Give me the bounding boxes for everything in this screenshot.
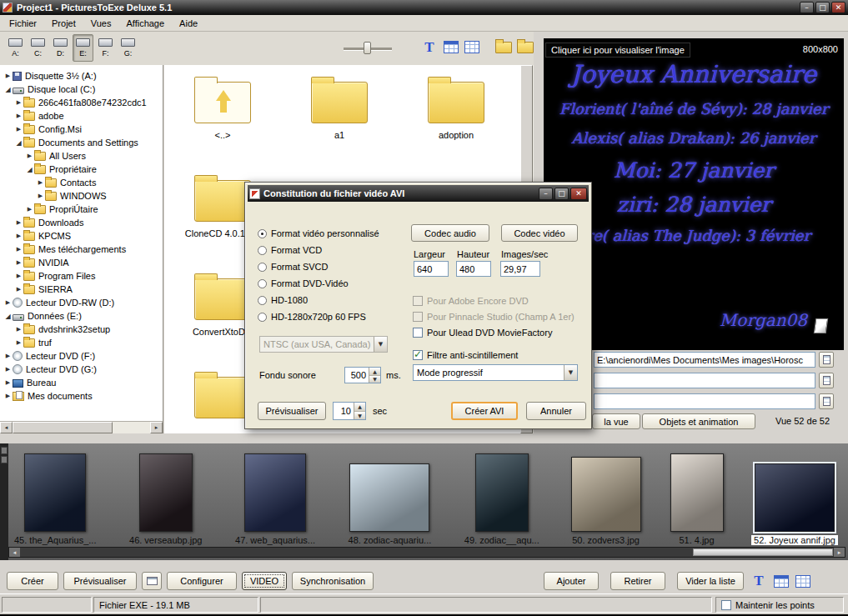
chevron-down-icon[interactable]: ▼ (564, 365, 577, 380)
tree-item[interactable]: adobe (0, 109, 163, 123)
fade-value[interactable]: 500 (345, 368, 369, 383)
radio-icon[interactable] (258, 313, 267, 322)
tree-item[interactable]: Bureau (0, 376, 163, 389)
dvd-option-checkbox[interactable]: Pour Ulead DVD MovieFactory (413, 326, 552, 339)
tree-item[interactable]: Mes documents (0, 389, 163, 403)
tree-item[interactable]: Contacts (0, 176, 163, 189)
dvd-option-checkbox[interactable]: Pour Adobe Encore DVD (413, 294, 529, 308)
open-folder-icon[interactable] (495, 42, 512, 53)
tree-item[interactable]: Données (E:) (0, 309, 163, 323)
expand-arrow-icon[interactable] (14, 326, 23, 333)
format-radio[interactable]: Format DVD-Vidéo (258, 275, 379, 292)
spin-up-icon[interactable]: ▲ (354, 403, 365, 412)
radio-icon[interactable] (258, 279, 267, 288)
tree-item[interactable]: Lecteur DVD-RW (D:) (0, 296, 163, 309)
tree-item[interactable]: Program Files (0, 269, 163, 283)
expand-arrow-icon[interactable] (3, 353, 13, 359)
tree-item[interactable]: Lecteur DVD (F:) (0, 349, 163, 363)
image-list-icon[interactable] (444, 41, 459, 53)
expand-arrow-icon[interactable] (3, 73, 13, 79)
filmstrip-item[interactable]: 50. zodvers3.jpg (570, 457, 642, 545)
checkbox-icon[interactable] (413, 350, 423, 360)
expand-arrow-icon[interactable] (14, 99, 23, 106)
filmstrip-item[interactable]: 49. zodiac__aqu... (462, 453, 542, 545)
drive-button[interactable]: C: (28, 34, 48, 62)
scroll-left-button[interactable]: ◂ (0, 422, 13, 433)
close-button[interactable]: ✕ (831, 2, 845, 13)
radio-icon[interactable] (258, 296, 267, 305)
spin-up-icon[interactable]: ▲ (369, 368, 380, 376)
filmstrip-item[interactable]: 52. Joyeux annif.jpg (751, 463, 838, 545)
expand-arrow-icon[interactable] (3, 313, 13, 320)
dialog-close-button[interactable]: ✕ (570, 188, 587, 200)
format-radio[interactable]: HD-1080 (258, 292, 379, 308)
expand-arrow-icon[interactable] (3, 299, 13, 306)
checkbox-icon[interactable] (413, 312, 423, 322)
keep-points-checkbox[interactable] (721, 600, 731, 610)
menu-item[interactable]: Vues (83, 17, 119, 30)
scroll-thumb[interactable] (693, 548, 833, 556)
expand-arrow-icon[interactable] (3, 379, 13, 386)
create-button[interactable]: Créer (7, 572, 58, 590)
customize-view-button[interactable]: la vue (592, 413, 640, 429)
scroll-thumb[interactable] (13, 422, 113, 433)
scroll-track[interactable] (13, 422, 150, 433)
sound-edit-button[interactable] (819, 393, 834, 409)
scroll-right-button[interactable]: ▸ (150, 422, 163, 433)
spin-down-icon[interactable]: ▼ (369, 376, 380, 383)
format-radio[interactable]: HD-1280x720p 60 FPS (258, 308, 379, 325)
image-path-input[interactable] (594, 352, 815, 368)
dialog-cancel-button[interactable]: Annuler (526, 402, 586, 420)
tree-item[interactable]: Disque local (C:) (0, 83, 163, 96)
template-grid-icon[interactable] (795, 575, 810, 588)
tree-item[interactable]: 266c461fa808e74232cdc1 (0, 96, 163, 109)
tree-item[interactable]: WINDOWS (0, 189, 163, 203)
preview-seconds-value[interactable]: 10 (334, 403, 354, 419)
expand-arrow-icon[interactable] (25, 206, 34, 213)
filmstrip-item[interactable]: 51. 4.jpg (670, 453, 724, 545)
text-tool-icon[interactable]: T (421, 38, 438, 57)
format-radio[interactable]: Format vidéo personnalisé (258, 225, 379, 242)
drive-button[interactable]: A: (5, 34, 26, 62)
folder-cell[interactable]: <..> (164, 72, 281, 170)
expand-arrow-icon[interactable] (3, 366, 13, 373)
tree-item[interactable]: Disquette 3½ (A:) (0, 69, 163, 83)
folder-cell[interactable]: a1 (281, 72, 398, 170)
video-button[interactable]: VIDEO (242, 572, 287, 590)
format-radio[interactable]: Format SVCD (258, 258, 379, 275)
tree-item[interactable]: truf (0, 336, 163, 349)
expand-arrow-icon[interactable] (3, 393, 13, 399)
codec-video-button[interactable]: Codec vidéo (501, 224, 578, 242)
objects-animation-button[interactable]: Objets et animation (642, 413, 755, 429)
flicker-filter-checkbox[interactable]: Filtre anti-scintillement (413, 348, 518, 362)
text-tool-icon[interactable]: T (752, 572, 765, 590)
drive-button[interactable]: G: (118, 34, 138, 62)
path-edit-button[interactable] (819, 352, 834, 368)
dialog-preview-button[interactable]: Prévisualiser (258, 402, 326, 420)
tree-item[interactable]: NVIDIA (0, 256, 163, 269)
edge-button-top[interactable] (1, 447, 8, 454)
tree-item[interactable]: Propriétaire (0, 163, 163, 176)
radio-icon[interactable] (258, 263, 267, 272)
menu-item[interactable]: Affichage (118, 17, 172, 30)
codec-audio-button[interactable]: Codec audio (411, 224, 489, 242)
dialog-minimize-button[interactable]: – (539, 188, 553, 200)
create-avi-button[interactable]: Créer AVI (451, 402, 518, 420)
folder-cell[interactable]: adoption (398, 72, 514, 170)
image-list-icon[interactable] (774, 575, 789, 588)
height-input[interactable] (456, 261, 491, 277)
thumbnail[interactable] (475, 453, 529, 532)
edge-button-bottom[interactable] (1, 456, 8, 463)
filmstrip-item[interactable]: 45. the_Aquarius_... (12, 453, 98, 545)
template-grid-icon[interactable] (464, 41, 479, 53)
drive-button[interactable]: E: (73, 34, 93, 62)
comment-input[interactable] (594, 373, 815, 388)
tree-item[interactable]: Downloads (0, 216, 163, 229)
maximize-button[interactable]: □ (815, 2, 830, 13)
expand-arrow-icon[interactable] (14, 259, 23, 266)
tree-item[interactable]: Config.Msi (0, 123, 163, 136)
tree-item[interactable]: All Users (0, 149, 163, 163)
expand-arrow-icon[interactable] (25, 166, 34, 173)
tree-item[interactable]: KPCMS (0, 229, 163, 243)
expand-arrow-icon[interactable] (14, 246, 23, 253)
